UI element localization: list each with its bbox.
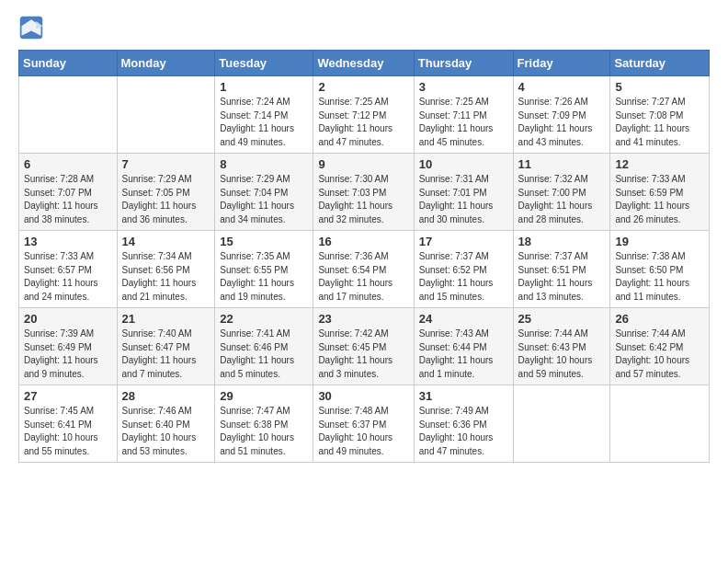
day-number: 17 [419,235,508,248]
calendar-day-cell: 27Sunrise: 7:45 AMSunset: 6:41 PMDayligh… [19,385,118,463]
day-number: 25 [518,312,606,326]
day-detail: Sunrise: 7:29 AMSunset: 7:04 PMDaylight:… [220,173,308,226]
calendar-week-row: 6Sunrise: 7:28 AMSunset: 7:07 PMDaylight… [19,154,710,231]
day-detail: Sunrise: 7:37 AMSunset: 6:52 PMDaylight:… [419,250,508,304]
calendar-day-cell [610,385,710,463]
day-detail: Sunrise: 7:26 AMSunset: 7:09 PMDaylight:… [518,96,606,149]
calendar-week-row: 13Sunrise: 7:33 AMSunset: 6:57 PMDayligh… [19,231,710,308]
day-number: 24 [419,312,508,326]
calendar-day-cell: 3Sunrise: 7:25 AMSunset: 7:11 PMDaylight… [414,76,513,154]
calendar-day-cell: 18Sunrise: 7:37 AMSunset: 6:51 PMDayligh… [513,231,610,308]
calendar-day-cell: 19Sunrise: 7:38 AMSunset: 6:50 PMDayligh… [610,231,710,308]
day-of-week-header: Friday [513,51,610,76]
day-number: 5 [615,80,704,94]
day-number: 21 [122,312,210,326]
header [18,15,710,40]
day-detail: Sunrise: 7:34 AMSunset: 6:56 PMDaylight:… [122,250,210,304]
calendar-day-cell: 16Sunrise: 7:36 AMSunset: 6:54 PMDayligh… [313,231,414,308]
calendar-day-cell: 12Sunrise: 7:33 AMSunset: 6:59 PMDayligh… [610,154,710,231]
calendar-day-cell: 26Sunrise: 7:44 AMSunset: 6:42 PMDayligh… [610,308,710,385]
day-detail: Sunrise: 7:46 AMSunset: 6:40 PMDaylight:… [122,405,210,458]
logo [18,15,48,40]
day-detail: Sunrise: 7:33 AMSunset: 6:59 PMDaylight:… [615,173,704,226]
day-number: 26 [615,312,704,326]
day-number: 29 [220,389,308,403]
day-detail: Sunrise: 7:35 AMSunset: 6:55 PMDaylight:… [220,250,308,304]
day-detail: Sunrise: 7:40 AMSunset: 6:47 PMDaylight:… [122,327,210,381]
calendar-day-cell: 5Sunrise: 7:27 AMSunset: 7:08 PMDaylight… [610,76,710,154]
day-detail: Sunrise: 7:32 AMSunset: 7:00 PMDaylight:… [518,173,606,226]
calendar-day-cell [513,385,610,463]
day-of-week-header: Saturday [610,51,710,76]
calendar-day-cell: 24Sunrise: 7:43 AMSunset: 6:44 PMDayligh… [414,308,513,385]
day-detail: Sunrise: 7:37 AMSunset: 6:51 PMDaylight:… [518,250,606,304]
page: SundayMondayTuesdayWednesdayThursdayFrid… [0,0,728,481]
day-number: 8 [220,157,308,171]
day-number: 15 [220,235,308,248]
day-detail: Sunrise: 7:38 AMSunset: 6:50 PMDaylight:… [615,250,704,304]
day-detail: Sunrise: 7:44 AMSunset: 6:43 PMDaylight:… [518,327,606,381]
day-detail: Sunrise: 7:39 AMSunset: 6:49 PMDaylight:… [24,327,112,381]
day-number: 16 [318,235,408,248]
day-number: 14 [122,235,210,248]
day-number: 6 [24,157,112,171]
calendar-day-cell: 4Sunrise: 7:26 AMSunset: 7:09 PMDaylight… [513,76,610,154]
calendar-day-cell: 2Sunrise: 7:25 AMSunset: 7:12 PMDaylight… [313,76,414,154]
calendar-day-cell [19,76,118,154]
day-detail: Sunrise: 7:47 AMSunset: 6:38 PMDaylight:… [220,405,308,458]
day-detail: Sunrise: 7:42 AMSunset: 6:45 PMDaylight:… [318,327,408,381]
calendar-day-cell: 23Sunrise: 7:42 AMSunset: 6:45 PMDayligh… [313,308,414,385]
calendar-day-cell: 1Sunrise: 7:24 AMSunset: 7:14 PMDaylight… [215,76,313,154]
calendar-day-cell: 17Sunrise: 7:37 AMSunset: 6:52 PMDayligh… [414,231,513,308]
day-detail: Sunrise: 7:45 AMSunset: 6:41 PMDaylight:… [24,405,112,458]
day-number: 1 [220,80,308,94]
day-number: 4 [518,80,606,94]
day-number: 2 [318,80,408,94]
day-detail: Sunrise: 7:29 AMSunset: 7:05 PMDaylight:… [122,173,210,226]
day-detail: Sunrise: 7:27 AMSunset: 7:08 PMDaylight:… [615,96,704,149]
calendar-day-cell: 9Sunrise: 7:30 AMSunset: 7:03 PMDaylight… [313,154,414,231]
day-of-week-header: Wednesday [313,51,414,76]
day-detail: Sunrise: 7:30 AMSunset: 7:03 PMDaylight:… [318,173,408,226]
calendar-day-cell: 15Sunrise: 7:35 AMSunset: 6:55 PMDayligh… [215,231,313,308]
day-of-week-header: Sunday [19,51,118,76]
day-number: 20 [24,312,112,326]
day-detail: Sunrise: 7:28 AMSunset: 7:07 PMDaylight:… [24,173,112,226]
day-detail: Sunrise: 7:31 AMSunset: 7:01 PMDaylight:… [419,173,508,226]
calendar-day-cell: 6Sunrise: 7:28 AMSunset: 7:07 PMDaylight… [19,154,118,231]
day-number: 7 [122,157,210,171]
day-number: 28 [122,389,210,403]
day-detail: Sunrise: 7:44 AMSunset: 6:42 PMDaylight:… [615,327,704,381]
calendar-day-cell: 30Sunrise: 7:48 AMSunset: 6:37 PMDayligh… [313,385,414,463]
calendar-day-cell: 29Sunrise: 7:47 AMSunset: 6:38 PMDayligh… [215,385,313,463]
calendar-day-cell: 20Sunrise: 7:39 AMSunset: 6:49 PMDayligh… [19,308,118,385]
calendar-day-cell: 22Sunrise: 7:41 AMSunset: 6:46 PMDayligh… [215,308,313,385]
calendar-week-row: 27Sunrise: 7:45 AMSunset: 6:41 PMDayligh… [19,385,710,463]
day-detail: Sunrise: 7:25 AMSunset: 7:12 PMDaylight:… [318,96,408,149]
day-detail: Sunrise: 7:41 AMSunset: 6:46 PMDaylight:… [220,327,308,381]
calendar-day-cell: 25Sunrise: 7:44 AMSunset: 6:43 PMDayligh… [513,308,610,385]
calendar-day-cell: 21Sunrise: 7:40 AMSunset: 6:47 PMDayligh… [117,308,215,385]
calendar-day-cell: 7Sunrise: 7:29 AMSunset: 7:05 PMDaylight… [117,154,215,231]
day-detail: Sunrise: 7:25 AMSunset: 7:11 PMDaylight:… [419,96,508,149]
day-number: 23 [318,312,408,326]
calendar-day-cell: 11Sunrise: 7:32 AMSunset: 7:00 PMDayligh… [513,154,610,231]
day-number: 11 [518,157,606,171]
day-number: 9 [318,157,408,171]
calendar-day-cell: 13Sunrise: 7:33 AMSunset: 6:57 PMDayligh… [19,231,118,308]
day-detail: Sunrise: 7:36 AMSunset: 6:54 PMDaylight:… [318,250,408,304]
day-detail: Sunrise: 7:48 AMSunset: 6:37 PMDaylight:… [318,405,408,458]
day-number: 27 [24,389,112,403]
calendar-week-row: 1Sunrise: 7:24 AMSunset: 7:14 PMDaylight… [19,76,710,154]
day-detail: Sunrise: 7:49 AMSunset: 6:36 PMDaylight:… [419,405,508,458]
calendar-day-cell: 8Sunrise: 7:29 AMSunset: 7:04 PMDaylight… [215,154,313,231]
day-of-week-header: Thursday [414,51,513,76]
day-detail: Sunrise: 7:24 AMSunset: 7:14 PMDaylight:… [220,96,308,149]
day-number: 30 [318,389,408,403]
day-of-week-header: Monday [117,51,215,76]
day-number: 19 [615,235,704,248]
calendar-day-cell [117,76,215,154]
day-detail: Sunrise: 7:33 AMSunset: 6:57 PMDaylight:… [24,250,112,304]
day-number: 22 [220,312,308,326]
calendar-table: SundayMondayTuesdayWednesdayThursdayFrid… [18,50,710,463]
